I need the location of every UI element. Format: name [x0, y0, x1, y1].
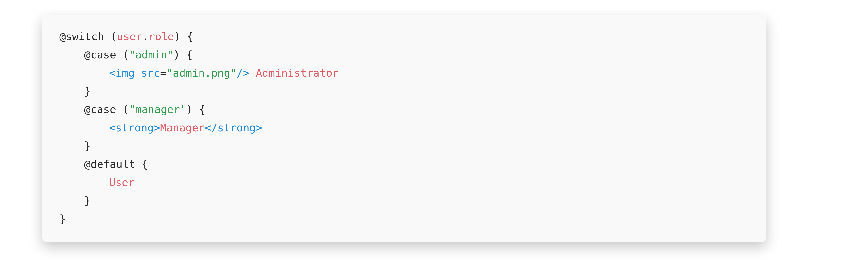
tok: ) { — [174, 30, 193, 43]
tok: Manager — [160, 121, 205, 134]
code-line: <strong>Manager</strong> — [59, 119, 262, 137]
tok: img — [116, 67, 135, 79]
tok: role — [149, 30, 174, 43]
code-line: } — [59, 137, 91, 155]
tok: @switch ( — [59, 30, 117, 43]
tok: < — [109, 67, 116, 79]
tok: } — [84, 140, 91, 152]
tok: User — [109, 176, 135, 189]
tok: > — [154, 121, 160, 134]
code-line: @default { — [59, 155, 148, 173]
tok: } — [84, 85, 91, 97]
tok: /> — [237, 67, 249, 79]
tok: "admin.png" — [166, 67, 237, 79]
code-line: @case ("admin") { — [59, 46, 193, 64]
code-line: @switch (user.role) { — [59, 30, 193, 43]
tok: @case ( — [84, 103, 129, 116]
tok: ) { — [174, 49, 193, 61]
code-line: <img src="admin.png"/> Administrator — [59, 64, 339, 82]
tok: strong — [217, 121, 256, 134]
tok: user — [117, 30, 143, 43]
code-line: } — [59, 192, 91, 210]
page-container: @switch (user.role) { @case ("admin") { … — [0, 0, 868, 280]
code-line: } — [59, 82, 91, 101]
tok: strong — [116, 121, 154, 134]
tok: } — [59, 213, 66, 225]
tok: @default { — [84, 158, 148, 170]
tok: . — [143, 30, 149, 43]
tok: > — [256, 121, 262, 134]
tok: < — [109, 121, 116, 134]
tok: src — [141, 67, 160, 79]
tok: "admin" — [129, 49, 174, 61]
tok — [134, 67, 141, 79]
code-card: @switch (user.role) { @case ("admin") { … — [42, 15, 766, 242]
tok: = — [160, 67, 166, 79]
code-line: User — [59, 173, 134, 192]
code-line: @case ("manager") { — [59, 101, 206, 119]
code-line: } — [59, 213, 66, 225]
tok: @case ( — [84, 49, 129, 61]
tok: "manager" — [129, 103, 186, 116]
code-block: @switch (user.role) { @case ("admin") { … — [59, 28, 749, 228]
tok: Administrator — [249, 67, 339, 79]
tok: } — [84, 194, 91, 207]
tok: </ — [205, 121, 217, 134]
tok: ) { — [186, 103, 206, 116]
